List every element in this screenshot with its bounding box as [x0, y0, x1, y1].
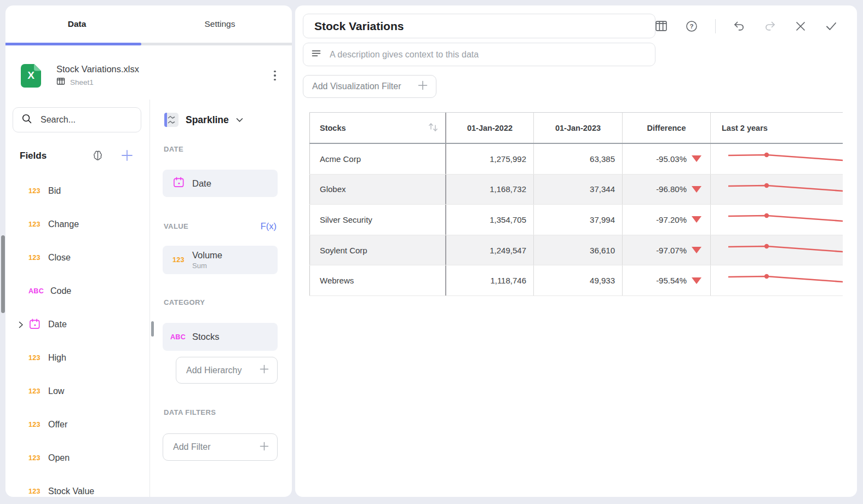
column-header-01-jan-2022[interactable]: 01-Jan-2022: [445, 113, 533, 143]
plus-icon: [120, 148, 134, 165]
table-header-row: Stocks01-Jan-202201-Jan-2023DifferenceLa…: [309, 112, 843, 144]
trend-down-icon: [692, 216, 701, 223]
chart-title-input[interactable]: [313, 19, 655, 33]
value-2023-cell: 37,344: [533, 175, 622, 205]
add-visualization-filter-button[interactable]: Add Visualization Filter: [303, 75, 436, 98]
add-filter-button[interactable]: Add Filter: [163, 433, 278, 461]
add-hierarchy-button[interactable]: Add Hierarchy: [176, 357, 278, 384]
column-header-01-jan-2023[interactable]: 01-Jan-2023: [533, 113, 622, 143]
add-field-button[interactable]: [119, 149, 135, 164]
value-2023-cell: 36,610: [533, 235, 622, 265]
table-body: Acme Corp1,275,99263,385-95.03%Globex1,1…: [309, 144, 843, 296]
category-field-chip[interactable]: ABC Stocks: [163, 323, 278, 351]
number-type-badge: 123: [28, 221, 45, 228]
sparkline-chart: [728, 175, 843, 204]
description-input[interactable]: [329, 49, 637, 60]
difference-cell: -95.54%: [622, 265, 710, 296]
trend-down-icon: [692, 277, 701, 284]
sparkline-chart: [728, 144, 843, 173]
date-section-label: DATE: [164, 145, 183, 153]
trend-down-icon: [692, 155, 701, 162]
active-tab-indicator: [5, 43, 141, 45]
toolbar-separator: [715, 19, 716, 33]
table-row-soylent-corp: Soylent Corp1,249,54736,610-97.07%: [309, 235, 843, 266]
text-type-badge: ABC: [170, 333, 189, 341]
field-item-change[interactable]: 123Change: [5, 207, 149, 241]
sparkline-cell: [710, 205, 843, 235]
field-item-date[interactable]: Date: [5, 308, 149, 341]
trend-down-icon: [692, 186, 701, 193]
sparkline-table: Stocks01-Jan-202201-Jan-2023DifferenceLa…: [309, 112, 843, 296]
field-label: Code: [50, 286, 71, 296]
field-label: High: [48, 353, 66, 363]
fields-search[interactable]: [13, 107, 141, 132]
toolbar: ?: [654, 14, 838, 38]
field-item-open[interactable]: 123Open: [5, 441, 149, 474]
table-view-button[interactable]: [654, 19, 668, 33]
tab-data-label: Data: [68, 19, 87, 29]
field-item-bid[interactable]: 123Bid: [5, 174, 149, 207]
excel-file-icon: X: [21, 64, 41, 88]
ai-suggest-button[interactable]: [90, 149, 105, 164]
date-field-chip[interactable]: Date: [163, 170, 278, 197]
sort-icon[interactable]: [428, 121, 439, 135]
field-item-close[interactable]: 123Close: [5, 241, 149, 274]
text-type-badge: ABC: [28, 287, 47, 295]
sparkline-cell: [710, 235, 843, 265]
function-fx-button[interactable]: F(x): [261, 221, 277, 231]
sparkline-chart: [728, 205, 843, 234]
app-root: Data Settings X Stock Variations.xlsx: [0, 0, 863, 504]
chart-type-label: Sparkline: [186, 114, 229, 126]
number-type-badge: 123: [28, 254, 45, 262]
sparkline-cell: [710, 144, 843, 174]
category-section-label: CATEGORY: [164, 298, 205, 306]
chart-type-selector[interactable]: Sparkline: [164, 113, 243, 127]
stock-name-cell: Globex: [309, 175, 445, 205]
field-item-high[interactable]: 123High: [5, 341, 149, 374]
calendar-icon: [28, 318, 45, 331]
undo-button[interactable]: [732, 19, 746, 33]
chevron-right-icon[interactable]: [19, 321, 24, 328]
confirm-button[interactable]: [824, 19, 838, 33]
page-scrollbar[interactable]: [1, 235, 5, 313]
description-box: [303, 43, 655, 66]
stock-name-cell: Acme Corp: [309, 144, 445, 174]
sparkline-cell: [710, 175, 843, 205]
value-2022-cell: 1,354,705: [445, 205, 533, 235]
category-field-label: Stocks: [192, 332, 220, 342]
value-field-chip[interactable]: 123 Volume Sum: [163, 246, 278, 274]
search-icon: [22, 114, 32, 126]
field-item-code[interactable]: ABCCode: [5, 274, 149, 308]
trend-down-icon: [692, 247, 701, 253]
fields-list: 123Bid123Change123CloseABCCodeDate123Hig…: [5, 174, 149, 497]
value-2022-cell: 1,275,992: [445, 144, 533, 174]
value-section-label: VALUE: [164, 222, 188, 230]
number-type-badge: 123: [28, 354, 45, 362]
number-type-badge: 123: [28, 421, 45, 428]
sparkline-cell: [710, 265, 843, 296]
tab-data[interactable]: Data: [5, 5, 148, 43]
column-header-difference[interactable]: Difference: [622, 113, 710, 143]
search-input[interactable]: [39, 114, 124, 125]
help-button[interactable]: ?: [684, 19, 699, 33]
field-item-offer[interactable]: 123Offer: [5, 408, 149, 441]
plus-icon: [259, 441, 269, 454]
field-label: Change: [48, 219, 79, 229]
data-filters-section-label: DATA FILTERS: [164, 408, 216, 416]
number-type-badge: 123: [28, 454, 45, 462]
difference-cell: -97.20%: [622, 205, 710, 235]
column-header-last-2-years[interactable]: Last 2 years: [710, 113, 843, 143]
field-item-stock-value[interactable]: 123Stock Value: [5, 474, 149, 497]
field-item-low[interactable]: 123Low: [5, 374, 149, 408]
date-field-label: Date: [192, 178, 211, 189]
chevron-down-icon: [236, 115, 243, 125]
value-2023-cell: 37,994: [533, 205, 622, 235]
value-2023-cell: 49,933: [533, 265, 622, 296]
fields-scrollbar[interactable]: [151, 321, 154, 337]
column-header-stocks[interactable]: Stocks: [309, 113, 445, 143]
redo-button[interactable]: [763, 19, 777, 33]
close-button[interactable]: [793, 19, 808, 33]
chart-title-box: [303, 14, 655, 38]
number-type-badge: 123: [172, 256, 189, 264]
value-2022-cell: 1,168,732: [445, 175, 533, 205]
